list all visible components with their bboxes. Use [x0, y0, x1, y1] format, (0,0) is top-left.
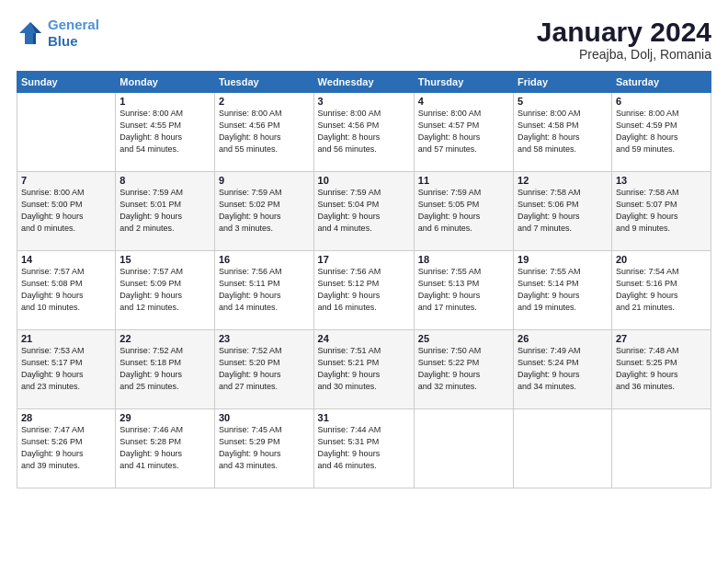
calendar-cell: 20Sunrise: 7:54 AMSunset: 5:16 PMDayligh…	[611, 251, 711, 330]
day-info: Sunrise: 7:51 AMSunset: 5:21 PMDaylight:…	[318, 345, 410, 393]
day-info: Sunrise: 8:00 AMSunset: 5:00 PMDaylight:…	[21, 187, 111, 235]
calendar-week-5: 28Sunrise: 7:47 AMSunset: 5:26 PMDayligh…	[17, 409, 711, 488]
day-info: Sunrise: 7:59 AMSunset: 5:05 PMDaylight:…	[418, 187, 509, 235]
calendar-cell: 12Sunrise: 7:58 AMSunset: 5:06 PMDayligh…	[514, 172, 612, 251]
day-info: Sunrise: 7:56 AMSunset: 5:12 PMDaylight:…	[318, 266, 410, 314]
day-info: Sunrise: 7:45 AMSunset: 5:29 PMDaylight:…	[219, 424, 310, 472]
day-info: Sunrise: 8:00 AMSunset: 4:56 PMDaylight:…	[318, 108, 410, 155]
calendar-cell: 17Sunrise: 7:56 AMSunset: 5:12 PMDayligh…	[313, 251, 414, 330]
day-info: Sunrise: 7:59 AMSunset: 5:02 PMDaylight:…	[219, 187, 310, 235]
calendar-cell: 13Sunrise: 7:58 AMSunset: 5:07 PMDayligh…	[611, 172, 711, 251]
day-number: 11	[418, 175, 509, 186]
calendar-cell: 18Sunrise: 7:55 AMSunset: 5:13 PMDayligh…	[414, 251, 513, 330]
calendar-header: Sunday Monday Tuesday Wednesday Thursday…	[17, 72, 711, 93]
day-number: 22	[119, 333, 210, 344]
calendar-cell	[514, 409, 612, 488]
calendar-cell: 14Sunrise: 7:57 AMSunset: 5:08 PMDayligh…	[17, 251, 116, 330]
col-saturday: Saturday	[611, 72, 711, 93]
day-number: 24	[318, 333, 410, 344]
day-number: 5	[518, 96, 608, 107]
day-number: 23	[219, 333, 310, 344]
calendar-cell: 21Sunrise: 7:53 AMSunset: 5:17 PMDayligh…	[17, 330, 116, 409]
day-info: Sunrise: 7:57 AMSunset: 5:08 PMDaylight:…	[21, 266, 111, 314]
day-info: Sunrise: 7:46 AMSunset: 5:28 PMDaylight:…	[119, 424, 210, 472]
col-wednesday: Wednesday	[313, 72, 414, 93]
day-info: Sunrise: 7:58 AMSunset: 5:06 PMDaylight:…	[518, 187, 608, 235]
calendar-cell: 31Sunrise: 7:44 AMSunset: 5:31 PMDayligh…	[313, 409, 414, 488]
day-number: 29	[119, 412, 210, 423]
calendar-cell	[414, 409, 513, 488]
calendar-cell: 29Sunrise: 7:46 AMSunset: 5:28 PMDayligh…	[116, 409, 215, 488]
calendar-cell: 6Sunrise: 8:00 AMSunset: 4:59 PMDaylight…	[611, 93, 711, 172]
day-info: Sunrise: 7:55 AMSunset: 5:13 PMDaylight:…	[418, 266, 509, 314]
day-info: Sunrise: 7:50 AMSunset: 5:22 PMDaylight:…	[418, 345, 509, 393]
calendar-cell: 2Sunrise: 8:00 AMSunset: 4:56 PMDaylight…	[214, 93, 313, 172]
calendar-cell: 7Sunrise: 8:00 AMSunset: 5:00 PMDaylight…	[17, 172, 116, 251]
calendar-cell: 23Sunrise: 7:52 AMSunset: 5:20 PMDayligh…	[214, 330, 313, 409]
calendar-cell: 26Sunrise: 7:49 AMSunset: 5:24 PMDayligh…	[514, 330, 612, 409]
day-number: 8	[119, 175, 210, 186]
day-number: 6	[616, 96, 707, 107]
calendar-cell: 8Sunrise: 7:59 AMSunset: 5:01 PMDaylight…	[116, 172, 215, 251]
day-info: Sunrise: 7:59 AMSunset: 5:01 PMDaylight:…	[119, 187, 210, 235]
calendar-cell: 19Sunrise: 7:55 AMSunset: 5:14 PMDayligh…	[514, 251, 612, 330]
calendar-body: 1Sunrise: 8:00 AMSunset: 4:55 PMDaylight…	[17, 93, 711, 488]
header-row: Sunday Monday Tuesday Wednesday Thursday…	[17, 72, 711, 93]
calendar-cell: 3Sunrise: 8:00 AMSunset: 4:56 PMDaylight…	[313, 93, 414, 172]
day-number: 18	[418, 254, 509, 265]
day-info: Sunrise: 7:54 AMSunset: 5:16 PMDaylight:…	[616, 266, 707, 314]
day-number: 31	[318, 412, 410, 423]
calendar-cell: 16Sunrise: 7:56 AMSunset: 5:11 PMDayligh…	[214, 251, 313, 330]
day-info: Sunrise: 7:57 AMSunset: 5:09 PMDaylight:…	[119, 266, 210, 314]
day-info: Sunrise: 7:58 AMSunset: 5:07 PMDaylight:…	[616, 187, 707, 235]
day-info: Sunrise: 7:52 AMSunset: 5:20 PMDaylight:…	[219, 345, 310, 393]
day-info: Sunrise: 7:49 AMSunset: 5:24 PMDaylight:…	[518, 345, 608, 393]
day-info: Sunrise: 7:56 AMSunset: 5:11 PMDaylight:…	[219, 266, 310, 314]
logo-text: General Blue	[48, 17, 99, 50]
day-number: 30	[219, 412, 310, 423]
logo-icon	[17, 19, 44, 47]
calendar-cell: 28Sunrise: 7:47 AMSunset: 5:26 PMDayligh…	[17, 409, 116, 488]
day-number: 7	[21, 175, 111, 186]
calendar-cell: 27Sunrise: 7:48 AMSunset: 5:25 PMDayligh…	[611, 330, 711, 409]
calendar-cell: 4Sunrise: 8:00 AMSunset: 4:57 PMDaylight…	[414, 93, 513, 172]
day-number: 1	[119, 96, 210, 107]
col-thursday: Thursday	[414, 72, 513, 93]
day-number: 13	[616, 175, 707, 186]
day-number: 19	[518, 254, 608, 265]
day-number: 28	[21, 412, 111, 423]
col-monday: Monday	[116, 72, 215, 93]
col-sunday: Sunday	[17, 72, 116, 93]
location: Preajba, Dolj, Romania	[537, 47, 711, 62]
calendar-cell: 24Sunrise: 7:51 AMSunset: 5:21 PMDayligh…	[313, 330, 414, 409]
calendar-week-4: 21Sunrise: 7:53 AMSunset: 5:17 PMDayligh…	[17, 330, 711, 409]
day-info: Sunrise: 8:00 AMSunset: 4:57 PMDaylight:…	[418, 108, 509, 155]
day-info: Sunrise: 7:44 AMSunset: 5:31 PMDaylight:…	[318, 424, 410, 472]
calendar-cell: 11Sunrise: 7:59 AMSunset: 5:05 PMDayligh…	[414, 172, 513, 251]
day-number: 21	[21, 333, 111, 344]
calendar-week-3: 14Sunrise: 7:57 AMSunset: 5:08 PMDayligh…	[17, 251, 711, 330]
col-tuesday: Tuesday	[214, 72, 313, 93]
day-info: Sunrise: 8:00 AMSunset: 4:58 PMDaylight:…	[518, 108, 608, 155]
calendar-week-2: 7Sunrise: 8:00 AMSunset: 5:00 PMDaylight…	[17, 172, 711, 251]
calendar-cell: 25Sunrise: 7:50 AMSunset: 5:22 PMDayligh…	[414, 330, 513, 409]
calendar-cell: 9Sunrise: 7:59 AMSunset: 5:02 PMDaylight…	[214, 172, 313, 251]
month-title: January 2024	[537, 17, 711, 47]
day-number: 10	[318, 175, 410, 186]
day-number: 3	[318, 96, 410, 107]
day-number: 9	[219, 175, 310, 186]
calendar-cell: 30Sunrise: 7:45 AMSunset: 5:29 PMDayligh…	[214, 409, 313, 488]
day-info: Sunrise: 7:47 AMSunset: 5:26 PMDaylight:…	[21, 424, 111, 472]
day-number: 2	[219, 96, 310, 107]
logo-blue: Blue	[48, 33, 78, 49]
day-number: 15	[119, 254, 210, 265]
day-number: 14	[21, 254, 111, 265]
page: General Blue January 2024 Preajba, Dolj,…	[0, 0, 728, 563]
day-info: Sunrise: 7:48 AMSunset: 5:25 PMDaylight:…	[616, 345, 707, 393]
day-number: 4	[418, 96, 509, 107]
header: General Blue January 2024 Preajba, Dolj,…	[17, 17, 711, 62]
day-number: 12	[518, 175, 608, 186]
day-number: 27	[616, 333, 707, 344]
calendar-cell: 15Sunrise: 7:57 AMSunset: 5:09 PMDayligh…	[116, 251, 215, 330]
day-info: Sunrise: 8:00 AMSunset: 4:55 PMDaylight:…	[119, 108, 210, 155]
